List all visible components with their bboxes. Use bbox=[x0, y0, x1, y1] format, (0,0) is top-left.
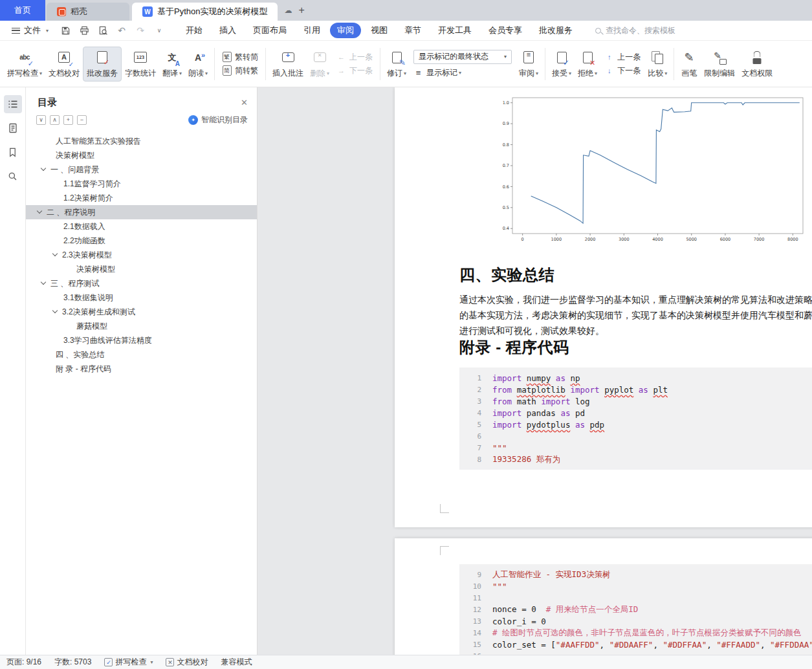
read-aloud-button[interactable]: 朗读▾ bbox=[185, 47, 211, 81]
review-button[interactable]: 审阅▾ bbox=[516, 47, 542, 81]
chapter-nav-button[interactable] bbox=[4, 119, 22, 137]
spellcheck-button[interactable]: 拼写检查▾ bbox=[4, 47, 45, 81]
toc-locate-icon[interactable]: ∨ bbox=[36, 115, 46, 125]
word-count-button[interactable]: 字数统计 bbox=[122, 47, 159, 81]
chevron-down-icon: ▾ bbox=[46, 28, 49, 34]
prev-change-button[interactable]: 上一条 bbox=[604, 52, 641, 63]
document-page-9[interactable]: 0.40.50.60.70.80.91.00100020003000400050… bbox=[395, 87, 812, 527]
print-preview-button[interactable] bbox=[96, 24, 109, 37]
markup-state-select[interactable]: 显示标记的最终状态▾ bbox=[413, 50, 512, 64]
print-button[interactable] bbox=[78, 24, 91, 37]
proofread-toggle[interactable]: ✕ 文档校对 bbox=[166, 657, 208, 668]
paragraph-line: 的基本实现方法，考虑决策树的实现细节，实现了基本的决策树模型并使用汽车模型和蘑菇… bbox=[459, 307, 812, 323]
toc-item[interactable]: 3.3学习曲线评估算法精度 bbox=[26, 333, 257, 347]
toc-item[interactable]: 1.1监督学习简介 bbox=[26, 177, 257, 191]
track-changes-button[interactable]: 修订▾ bbox=[384, 47, 410, 81]
insert-comment-label: 插入批注 bbox=[272, 68, 303, 79]
accept-button[interactable]: 接受▾ bbox=[549, 47, 575, 81]
ribbon-tab[interactable]: 视图 bbox=[364, 23, 395, 38]
ribbon-tab[interactable]: 页面布局 bbox=[246, 23, 294, 38]
insert-comment-button[interactable]: 插入批注 bbox=[269, 47, 307, 81]
toc-item[interactable]: 二 、程序说明 bbox=[26, 205, 257, 219]
toc-item[interactable]: 2.2功能函数 bbox=[26, 234, 257, 248]
chevron-down-icon[interactable] bbox=[41, 280, 46, 285]
code-line: 3from math import log bbox=[459, 395, 812, 407]
smart-toc-icon: ✦ bbox=[188, 115, 198, 125]
spellcheck-toggle[interactable]: ✓ 拼写检查 ▾ bbox=[104, 657, 153, 668]
margin-mark bbox=[440, 504, 449, 513]
chevron-down-icon[interactable] bbox=[37, 208, 42, 214]
collapse-all-icon[interactable]: ∧ bbox=[50, 115, 60, 125]
next-change-button[interactable]: 下一条 bbox=[604, 65, 641, 76]
expand-all-icon[interactable]: + bbox=[63, 115, 73, 125]
chevron-down-icon[interactable] bbox=[52, 308, 58, 313]
toc-item[interactable]: 四 、实验总结 bbox=[26, 347, 257, 362]
compare-button[interactable]: 比较▾ bbox=[644, 47, 670, 81]
smart-toc-button[interactable]: ✦ 智能识别目录 bbox=[188, 115, 248, 126]
toc-item[interactable]: 3.1数据集说明 bbox=[26, 291, 257, 305]
toc-item[interactable]: 决策树模型 bbox=[26, 262, 257, 276]
home-tab[interactable]: 首页 bbox=[0, 0, 45, 21]
trad-to-simp-button[interactable]: 繁转简 bbox=[222, 52, 258, 63]
document-page-10[interactable]: 9人工智能作业 - 实现ID3决策树10"""1112nonce = 0 # 用… bbox=[395, 538, 812, 655]
toc-panel-title: 目录 bbox=[38, 96, 241, 109]
save-button[interactable] bbox=[59, 24, 72, 37]
toc-item[interactable]: 三 、程序测试 bbox=[26, 276, 257, 291]
undo-button[interactable]: ↶ bbox=[115, 24, 128, 37]
code-line: 10""" bbox=[459, 580, 812, 592]
toolbar-more-button[interactable]: ∨ bbox=[153, 24, 166, 37]
restrict-editing-button[interactable]: 限制编辑 bbox=[701, 47, 738, 81]
toc-item[interactable]: 2.3决策树模型 bbox=[26, 248, 257, 262]
menu-bar: 文件 ▾ ↶ ↷ ∨ 开始插入页面布局引用审阅视图章节开发工具会员专享批改服务 … bbox=[0, 21, 812, 41]
hamburger-icon bbox=[12, 28, 20, 34]
doc-permission-button[interactable]: 文档权限 bbox=[738, 47, 776, 81]
ribbon-tab[interactable]: 会员专享 bbox=[481, 23, 529, 38]
find-button[interactable] bbox=[4, 167, 22, 185]
ribbon-tab[interactable]: 开始 bbox=[179, 23, 210, 38]
ribbon-tab[interactable]: 章节 bbox=[397, 23, 428, 38]
reject-button[interactable]: 拒绝▾ bbox=[575, 47, 600, 81]
line-number: 4 bbox=[459, 409, 481, 417]
chevron-down-icon: ▾ bbox=[39, 71, 42, 76]
chevron-down-icon[interactable] bbox=[41, 166, 46, 171]
translate-label: 翻译▾ bbox=[162, 68, 182, 79]
toc-item[interactable]: 一 、问题背景 bbox=[26, 162, 257, 177]
ribbon-tab[interactable]: 开发工具 bbox=[431, 23, 479, 38]
svg-text:0.5: 0.5 bbox=[503, 205, 509, 210]
close-icon[interactable]: ✕ bbox=[241, 98, 248, 107]
translate-button[interactable]: 翻译▾ bbox=[159, 47, 185, 81]
toc-item[interactable]: 人工智能第五次实验报告 bbox=[26, 134, 257, 148]
redo-button[interactable]: ↷ bbox=[134, 24, 147, 37]
chevron-down-icon[interactable] bbox=[52, 251, 58, 256]
chevron-down-icon: ▾ bbox=[179, 71, 182, 76]
new-tab-button[interactable]: + bbox=[298, 5, 304, 16]
grading-button[interactable]: 批改服务 bbox=[83, 47, 122, 82]
toc-item[interactable]: 1.2决策树简介 bbox=[26, 191, 257, 205]
proofread-button[interactable]: 文档校对 bbox=[45, 47, 83, 81]
show-markup-button[interactable]: 显示标记▾ bbox=[413, 67, 512, 78]
word-count[interactable]: 字数: 5703 bbox=[54, 657, 91, 668]
ribbon-tab[interactable]: 插入 bbox=[212, 23, 243, 38]
toc-panel-button[interactable] bbox=[4, 95, 22, 113]
toc-item[interactable]: 3.2决策树生成和测试 bbox=[26, 305, 257, 319]
ribbon-tab[interactable]: 审阅 bbox=[330, 23, 361, 38]
ribbon-tab[interactable]: 引用 bbox=[296, 23, 327, 38]
bookmark-button[interactable] bbox=[4, 143, 22, 161]
code-line: 7""" bbox=[459, 442, 812, 454]
document-canvas[interactable]: 0.40.50.60.70.80.91.00100020003000400050… bbox=[258, 87, 812, 655]
svg-text:0.6: 0.6 bbox=[503, 184, 509, 190]
toc-item[interactable]: 蘑菇模型 bbox=[26, 319, 257, 333]
command-search[interactable]: 查找命令、搜索模板 bbox=[595, 25, 675, 36]
toc-item[interactable]: 2.1数据载入 bbox=[26, 219, 257, 234]
roaming-icon[interactable]: ☁ bbox=[284, 6, 292, 15]
ink-pen-button[interactable]: 画笔 bbox=[677, 47, 701, 81]
document-tab[interactable]: 基于Python实现的决策树模型 bbox=[132, 3, 278, 21]
simp-to-trad-button[interactable]: 简转繁 bbox=[222, 65, 258, 76]
daoke-tab[interactable]: 稻壳 bbox=[47, 3, 129, 21]
toc-item-label: 2.2功能函数 bbox=[63, 236, 105, 247]
file-menu-button[interactable]: 文件 ▾ bbox=[6, 25, 54, 36]
ribbon-tab[interactable]: 批改服务 bbox=[532, 23, 580, 38]
toc-item[interactable]: 附 录 - 程序代码 bbox=[26, 362, 257, 376]
collapse-level-icon[interactable]: − bbox=[77, 115, 87, 125]
toc-item[interactable]: 决策树模型 bbox=[26, 148, 257, 162]
